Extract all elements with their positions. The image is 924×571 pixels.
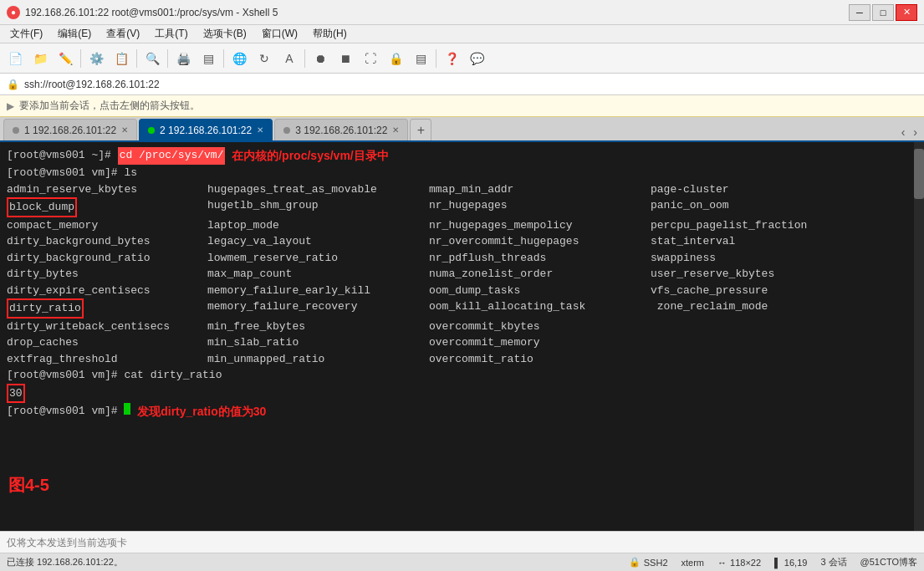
- status-cursor: ▌ 16,19: [774, 558, 807, 568]
- font-button[interactable]: A: [278, 47, 301, 70]
- tab-3[interactable]: 3 192.168.26.101:22 ✕: [274, 119, 408, 140]
- menu-view[interactable]: 查看(V): [100, 25, 146, 43]
- ls-row-9: dirty_writeback_centisecs min_free_kbyte…: [7, 319, 907, 335]
- search-button[interactable]: 🔍: [140, 47, 164, 70]
- ls-col1-r1: admin_reserve_kbytes: [7, 181, 207, 198]
- ls-col4-r1: page-cluster: [651, 181, 729, 198]
- ls-row-10: drop_caches min_slab_ratio overcommit_me…: [7, 334, 907, 351]
- tab-nav: ‹ ›: [898, 124, 921, 140]
- menu-tools[interactable]: 工具(T): [148, 25, 194, 43]
- tab-1-dot: [13, 127, 19, 134]
- status-sessions: 3 会话: [820, 556, 846, 568]
- lock-icon: 🔒: [7, 79, 19, 90]
- menu-edit[interactable]: 编辑(E): [51, 25, 98, 43]
- status-size-text: 118×22: [730, 558, 761, 568]
- ls-col2-r8: memory_failure_recovery: [207, 298, 429, 319]
- copy-button[interactable]: 📋: [110, 47, 133, 70]
- tab-3-close[interactable]: ✕: [392, 125, 399, 135]
- address-bar: 🔒 ssh://root@192.168.26.101:22: [0, 74, 924, 95]
- window-controls: ─ □ ✕: [849, 4, 917, 21]
- ls-col3-r1: mmap_min_addr: [429, 181, 651, 198]
- tab-2-label: 2 192.168.26.101:22: [160, 125, 252, 136]
- ls-col4-r8: zone_reclaim_mode: [651, 298, 768, 319]
- stop-button[interactable]: ⏹: [334, 47, 357, 70]
- info-bar: ▶ 要添加当前会话，点击左侧的箭头按钮。: [0, 95, 924, 117]
- help-button[interactable]: ❓: [440, 47, 463, 70]
- figure-label: 图4-5: [8, 472, 49, 497]
- cmd-cd: cd /proc/sys/vm/: [118, 147, 226, 165]
- tab-add-button[interactable]: +: [410, 119, 431, 140]
- settings-button[interactable]: ⚙️: [84, 47, 108, 70]
- refresh-button[interactable]: ↻: [253, 47, 276, 70]
- tab-1[interactable]: 1 192.168.26.101:22 ✕: [3, 119, 137, 140]
- tab-2-close[interactable]: ✕: [257, 125, 263, 135]
- new-button[interactable]: 📄: [3, 47, 27, 70]
- ls-col1-r6: dirty_bytes: [7, 266, 207, 283]
- annotation-cd: 在内核的/proc/sys/vm/目录中: [225, 147, 388, 165]
- ls-col1-r7: dirty_expire_centisecs: [7, 283, 207, 299]
- ls-col3-r10: overcommit_memory: [429, 334, 651, 351]
- menu-help[interactable]: 帮助(H): [306, 25, 354, 43]
- tab-2[interactable]: 2 192.168.26.101:22 ✕: [139, 119, 273, 140]
- status-terminal: xterm: [682, 558, 705, 568]
- ls-col4-r4: stat_interval: [651, 233, 735, 250]
- ls-row-7: dirty_expire_centisecs memory_failure_ea…: [7, 283, 907, 299]
- block-dump-box: block_dump: [7, 197, 77, 217]
- chat-button[interactable]: 💬: [465, 47, 488, 70]
- status-size: ↔ 118×22: [717, 558, 761, 568]
- scrollbar-thumb[interactable]: [914, 149, 924, 199]
- ls-col1-r5: dirty_background_ratio: [7, 250, 207, 267]
- fullscreen-button[interactable]: ⛶: [359, 47, 382, 70]
- send-text-input[interactable]: [7, 537, 917, 548]
- tab-3-dot: [283, 127, 290, 134]
- close-button[interactable]: ✕: [896, 4, 917, 21]
- layout-button[interactable]: ▤: [409, 47, 432, 70]
- ls-col3-r7: oom_dump_tasks: [429, 283, 651, 299]
- toolbar-sep6: [436, 49, 436, 68]
- globe-button[interactable]: 🌐: [227, 47, 251, 70]
- tab-prev-button[interactable]: ‹: [898, 124, 909, 140]
- ls-row-4: dirty_background_bytes legacy_va_layout …: [7, 233, 907, 250]
- ls-col1-r2: block_dump: [7, 197, 207, 217]
- terminal[interactable]: [root@vms001 ~]# cd /proc/sys/vm/ 在内核的/p…: [0, 142, 914, 531]
- main-area: [root@vms001 ~]# cd /proc/sys/vm/ 在内核的/p…: [0, 142, 924, 531]
- open-button[interactable]: 📁: [28, 47, 52, 70]
- ls-col3-r6: numa_zonelist_order: [429, 266, 651, 283]
- ls-col2-r3: laptop_mode: [207, 217, 429, 234]
- toolbar-sep5: [304, 49, 305, 68]
- menu-tabs[interactable]: 选项卡(B): [197, 25, 253, 43]
- edit-button[interactable]: ✏️: [54, 47, 77, 70]
- minimize-button[interactable]: ─: [849, 4, 870, 21]
- ls-row-5: dirty_background_ratio lowmem_reserve_ra…: [7, 250, 907, 267]
- terminal-line-1: [root@vms001 ~]# cd /proc/sys/vm/ 在内核的/p…: [7, 147, 907, 165]
- status-right: 🔒 SSH2 xterm ↔ 118×22 ▌ 16,19 3 会话 @51CT…: [629, 556, 917, 568]
- prompt-cat: [root@vms001 vm]# cat dirty_ratio: [7, 367, 222, 384]
- lock-status-icon: 🔒: [629, 557, 641, 568]
- resize-icon: ↔: [717, 558, 727, 568]
- tab-bar: 1 192.168.26.101:22 ✕ 2 192.168.26.101:2…: [0, 117, 924, 142]
- print-button[interactable]: 🖨️: [171, 47, 195, 70]
- maximize-button[interactable]: □: [872, 4, 894, 21]
- ls-col1-r10: drop_caches: [7, 334, 207, 351]
- ls-col2-r1: hugepages_treat_as_movable: [207, 181, 429, 198]
- toolbar-sep2: [136, 49, 137, 68]
- status-bar: 已连接 192.168.26.101:22。 🔒 SSH2 xterm ↔ 11…: [0, 553, 924, 571]
- annotation-30: 发现dirty_ratio的值为30: [130, 403, 266, 421]
- status-cursor-text: 16,19: [784, 558, 808, 568]
- menu-file[interactable]: 文件(F): [3, 25, 49, 43]
- options-button[interactable]: ▤: [197, 47, 220, 70]
- tab-next-button[interactable]: ›: [910, 124, 921, 140]
- terminal-line-value: 30: [7, 384, 907, 404]
- menu-window[interactable]: 窗口(W): [255, 25, 304, 43]
- terminal-scrollbar[interactable]: [914, 142, 924, 531]
- toolbar-sep4: [223, 49, 224, 68]
- record-button[interactable]: ⏺: [309, 47, 332, 70]
- ls-col3-r9: overcommit_kbytes: [429, 319, 651, 335]
- info-text: 要添加当前会话，点击左侧的箭头按钮。: [19, 99, 200, 113]
- ls-col1-r4: dirty_background_bytes: [7, 233, 207, 250]
- terminal-line-cat: [root@vms001 vm]# cat dirty_ratio: [7, 367, 907, 384]
- ls-col3-r11: overcommit_ratio: [429, 351, 651, 368]
- tab-1-close[interactable]: ✕: [121, 125, 128, 135]
- prompt-final: [root@vms001 vm]#: [7, 403, 124, 421]
- lock-button[interactable]: 🔒: [384, 47, 407, 70]
